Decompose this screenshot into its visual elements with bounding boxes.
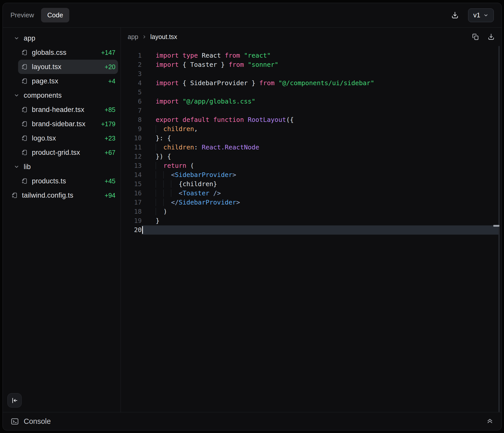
diff-added-count: +45 xyxy=(105,177,115,185)
chevron-right-icon xyxy=(142,34,147,39)
version-dropdown[interactable]: v1 xyxy=(468,8,494,22)
diff-added-count: +4 xyxy=(108,78,115,85)
indent-guide xyxy=(156,144,163,151)
tree-item-lib[interactable]: lib xyxy=(5,160,118,174)
copy-code-button[interactable] xyxy=(472,33,479,41)
code-line-7[interactable]: 7 xyxy=(121,106,501,115)
code-line-1[interactable]: 1import type React from "react" xyxy=(121,51,501,60)
tree-item-logo.tsx[interactable]: logo.tsx+23 xyxy=(18,131,118,145)
download-button[interactable] xyxy=(451,11,459,19)
code-token: RootLayout xyxy=(248,116,286,123)
tree-item-brand-header.tsx[interactable]: brand-header.tsx+85 xyxy=(18,103,118,117)
code-token: function xyxy=(213,116,248,123)
code-line-10[interactable]: 10}: { xyxy=(121,134,501,143)
indent-guide xyxy=(163,189,171,197)
code-token: children xyxy=(163,125,194,133)
code-line-6[interactable]: 6import "@/app/globals.css" xyxy=(121,97,501,106)
expand-console-button[interactable] xyxy=(486,417,494,425)
tree-item-label: logo.tsx xyxy=(32,134,56,142)
file-plus-icon xyxy=(21,49,28,56)
indent-guide xyxy=(156,162,163,169)
code-line-3[interactable]: 3 xyxy=(121,69,501,79)
chevron-down-icon xyxy=(14,164,19,170)
file-explorer-sidebar: appglobals.css+147layout.tsx+20page.tsx+… xyxy=(3,28,121,412)
chevron-down-icon xyxy=(14,35,19,41)
code-token: }: { xyxy=(156,134,171,142)
code-token: "sonner" xyxy=(248,61,278,68)
diff-added-count: +20 xyxy=(105,63,115,71)
code-line-15[interactable]: 15 {children} xyxy=(121,180,501,189)
tree-item-tailwind.config.ts[interactable]: tailwind.config.ts+94 xyxy=(5,188,118,202)
tab-preview[interactable]: Preview xyxy=(10,11,34,19)
code-line-18[interactable]: 18 ) xyxy=(121,207,501,216)
code-area[interactable]: 1import type React from "react"2import {… xyxy=(121,46,501,412)
diff-added-count: +147 xyxy=(101,49,115,56)
chevrons-up-icon xyxy=(486,417,494,425)
tab-code[interactable]: Code xyxy=(41,8,69,22)
indent-guide xyxy=(156,189,163,197)
tree-item-label: lib xyxy=(24,163,31,171)
code-line-content: <SidebarProvider> xyxy=(142,170,499,180)
code-token: import xyxy=(156,61,182,68)
download-file-button[interactable] xyxy=(487,33,495,41)
code-token: {children} xyxy=(179,180,217,188)
scrollbar-track[interactable] xyxy=(498,46,500,412)
code-token: { Toaster } xyxy=(182,61,229,68)
code-line-17[interactable]: 17 </SidebarProvider> xyxy=(121,198,501,207)
code-line-16[interactable]: 16 <Toaster /> xyxy=(121,189,501,198)
tree-item-page.tsx[interactable]: page.tsx+4 xyxy=(18,74,118,88)
tree-item-product-grid.tsx[interactable]: product-grid.tsx+67 xyxy=(18,145,118,160)
console-label: Console xyxy=(24,417,51,426)
tree-item-brand-sidebar.tsx[interactable]: brand-sidebar.tsx+179 xyxy=(18,117,118,131)
tree-item-app[interactable]: app xyxy=(5,31,118,45)
line-number: 1 xyxy=(121,51,142,60)
line-number: 3 xyxy=(121,69,142,79)
indent-guide xyxy=(171,180,179,188)
collapse-sidebar-button[interactable] xyxy=(7,393,22,407)
code-line-content: return ( xyxy=(142,161,499,170)
console-bar[interactable]: Console xyxy=(3,412,501,430)
tree-item-label: components xyxy=(24,92,62,99)
code-line-content: }) { xyxy=(142,152,499,161)
line-number: 2 xyxy=(121,60,142,69)
code-line-11[interactable]: 11 children: React.ReactNode xyxy=(121,143,501,152)
file-plus-icon xyxy=(11,192,18,199)
code-line-content: import "@/app/globals.css" xyxy=(142,97,499,106)
code-line-20[interactable]: 20 xyxy=(121,225,501,235)
code-line-19[interactable]: 19} xyxy=(121,216,501,225)
tree-item-globals.css[interactable]: globals.css+147 xyxy=(18,45,118,60)
code-line-content: <Toaster /> xyxy=(142,189,499,198)
tree-item-products.ts[interactable]: products.ts+45 xyxy=(18,174,118,188)
tree-item-components[interactable]: components xyxy=(5,88,118,103)
scrollbar-thumb[interactable] xyxy=(493,225,499,227)
tree-item-label: app xyxy=(24,34,35,42)
code-token: </ xyxy=(171,199,179,206)
code-token: default xyxy=(182,116,213,123)
code-token: ( xyxy=(190,162,194,169)
code-token: } xyxy=(156,217,160,224)
code-token: SidebarProvider xyxy=(179,199,236,206)
code-line-content: export default function RootLayout({ xyxy=(142,115,499,124)
chevron-down-icon xyxy=(14,93,19,98)
diff-added-count: +94 xyxy=(105,192,115,199)
code-token: < xyxy=(171,171,175,179)
code-token: "@/app/globals.css" xyxy=(182,98,255,105)
code-token: : xyxy=(194,144,202,151)
code-line-2[interactable]: 2import { Toaster } from "sonner" xyxy=(121,60,501,69)
line-number: 11 xyxy=(121,143,142,152)
code-token: import xyxy=(156,98,182,105)
line-number: 9 xyxy=(121,124,142,134)
tree-item-label: product-grid.tsx xyxy=(32,149,80,157)
code-line-14[interactable]: 14 <SidebarProvider> xyxy=(121,170,501,180)
code-line-12[interactable]: 12}) { xyxy=(121,152,501,161)
code-line-4[interactable]: 4import { SidebarProvider } from "@/comp… xyxy=(121,79,501,88)
breadcrumb-directory[interactable]: app xyxy=(128,33,138,41)
tree-item-layout.tsx[interactable]: layout.tsx+20 xyxy=(18,60,118,74)
code-line-9[interactable]: 9 children, xyxy=(121,124,501,134)
download-icon xyxy=(487,33,495,41)
code-line-8[interactable]: 8export default function RootLayout({ xyxy=(121,115,501,124)
line-number: 18 xyxy=(121,207,142,216)
copy-icon xyxy=(472,33,479,41)
code-line-13[interactable]: 13 return ( xyxy=(121,161,501,170)
code-line-5[interactable]: 5 xyxy=(121,88,501,97)
